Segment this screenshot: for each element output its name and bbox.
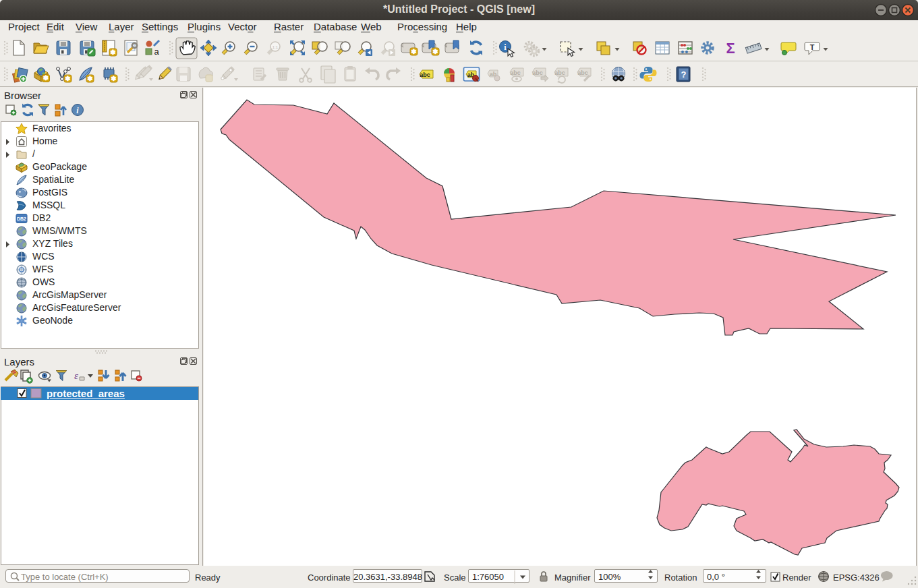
svg-text:GeoPackage: GeoPackage: [32, 161, 87, 172]
svg-text:XYZ Tiles: XYZ Tiles: [32, 238, 73, 249]
svg-text:T: T: [810, 43, 815, 51]
svg-text:WFS: WFS: [32, 264, 53, 274]
svg-text:DB2: DB2: [17, 216, 26, 221]
svg-text:ε: ε: [74, 370, 78, 381]
svg-text:/: /: [32, 148, 35, 159]
svg-text:1:1: 1:1: [272, 45, 279, 49]
svg-text:SpatiaLite: SpatiaLite: [32, 174, 74, 185]
svg-text:PostGIS: PostGIS: [32, 187, 67, 198]
svg-text:ArcGisFeatureServer: ArcGisFeatureServer: [32, 302, 121, 313]
svg-text:Favorites: Favorites: [32, 123, 71, 134]
svg-text:ArcGisMapServer: ArcGisMapServer: [32, 289, 107, 300]
svg-text:WCS: WCS: [32, 251, 55, 262]
svg-text:a: a: [154, 47, 159, 57]
svg-text:MSSQL: MSSQL: [32, 200, 65, 210]
svg-text:Σ: Σ: [726, 40, 735, 57]
svg-text:?: ?: [681, 69, 687, 80]
svg-text:WMS/WMTS: WMS/WMTS: [32, 225, 87, 236]
svg-text:GeoNode: GeoNode: [32, 315, 73, 326]
svg-text:OWS: OWS: [32, 276, 55, 287]
svg-text:DB2: DB2: [32, 212, 51, 223]
svg-text:Home: Home: [32, 136, 58, 146]
